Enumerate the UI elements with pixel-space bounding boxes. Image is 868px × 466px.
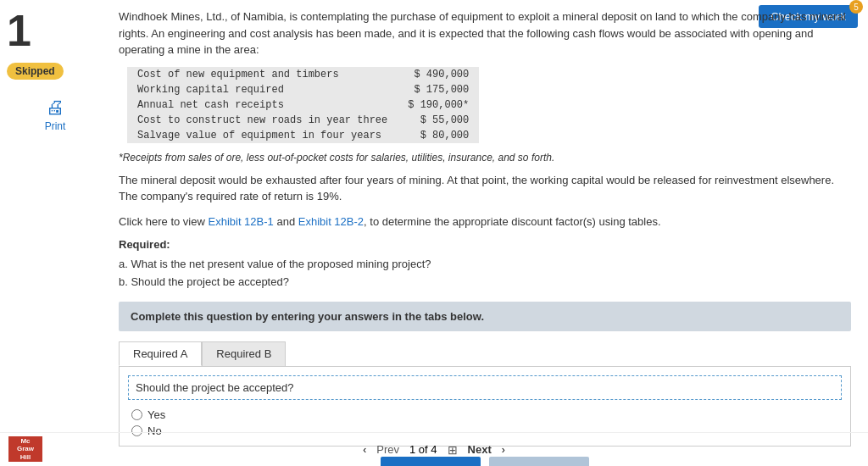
table-cell-label: Cost of new equipment and timbers bbox=[127, 67, 398, 82]
exhibit-text-1: Click here to view bbox=[119, 215, 208, 228]
next-link[interactable]: Next bbox=[468, 443, 492, 456]
exhibit-and: and bbox=[274, 215, 298, 228]
table-cell-value: $ 190,000* bbox=[398, 97, 479, 113]
complete-box-text: Complete this question by entering your … bbox=[131, 310, 484, 323]
required-b-text: b. Should the project be accepted? bbox=[119, 274, 851, 291]
table-row: Cost of new equipment and timbers$ 490,0… bbox=[127, 67, 479, 82]
exhibit-paragraph: Click here to view Exhibit 12B-1 and Exh… bbox=[119, 214, 851, 230]
table-cell-value: $ 55,000 bbox=[398, 113, 479, 128]
question-field: Should the project be accepted? bbox=[128, 375, 842, 400]
main-content: 1 Skipped 🖨 Print Windhoek Mines, Ltd., … bbox=[0, 0, 868, 466]
question-number: 1 bbox=[7, 8, 103, 53]
print-label: Print bbox=[45, 120, 66, 132]
table-row: Annual net cash receipts$ 190,000* bbox=[127, 97, 479, 113]
complete-box: Complete this question by entering your … bbox=[119, 302, 851, 331]
required-label: Required: bbox=[119, 238, 851, 251]
table-row: Salvage value of equipment in four years… bbox=[127, 128, 479, 143]
exhibit-link-1[interactable]: Exhibit 12B-1 bbox=[208, 215, 273, 228]
print-button[interactable]: 🖨 Print bbox=[7, 97, 103, 132]
radio-yes-input[interactable] bbox=[131, 409, 142, 420]
tabs-container: Required A Required B bbox=[119, 341, 851, 366]
prev-chevron: ‹ bbox=[363, 444, 366, 456]
table-row: Working capital required$ 175,000 bbox=[127, 82, 479, 97]
table-cell-label: Working capital required bbox=[127, 82, 398, 97]
footer-nav: ‹ Prev 1 of 4 ⊞ Next › bbox=[363, 443, 504, 457]
cash-flow-table: Cost of new equipment and timbers$ 490,0… bbox=[127, 67, 479, 143]
tab-required-b[interactable]: Required B bbox=[202, 341, 286, 366]
mcgraw-hill-logo: Mc Graw Hill bbox=[8, 436, 42, 462]
required-a-text: a. What is the net present value of the … bbox=[119, 256, 851, 274]
intro-text: Windhoek Mines, Ltd., of Namibia, is con… bbox=[119, 8, 851, 58]
table-cell-value: $ 80,000 bbox=[398, 128, 479, 143]
left-sidebar: 1 Skipped 🖨 Print bbox=[0, 0, 110, 466]
table-cell-label: Cost to construct new roads in year thre… bbox=[127, 113, 398, 128]
footer: Mc Graw Hill ‹ Prev 1 of 4 ⊞ Next › bbox=[0, 432, 868, 466]
skipped-badge: Skipped bbox=[7, 63, 64, 80]
radio-yes[interactable]: Yes bbox=[131, 408, 842, 421]
table-cell-label: Salvage value of equipment in four years bbox=[127, 128, 398, 143]
exhibit-link-2[interactable]: Exhibit 12B-2 bbox=[298, 215, 364, 228]
table-cell-value: $ 490,000 bbox=[398, 67, 479, 82]
tab-required-a[interactable]: Required A bbox=[119, 341, 202, 366]
paragraph1: The mineral deposit would be exhausted a… bbox=[119, 172, 851, 205]
radio-yes-label: Yes bbox=[147, 408, 165, 421]
page-info: 1 of 4 bbox=[409, 443, 437, 456]
table-cell-label: Annual net cash receipts bbox=[127, 97, 398, 113]
table-row: Cost to construct new roads in year thre… bbox=[127, 113, 479, 128]
required-items: a. What is the net present value of the … bbox=[119, 256, 851, 291]
prev-link[interactable]: Prev bbox=[376, 443, 399, 456]
footnote: *Receipts from sales of ore, less out-of… bbox=[119, 152, 851, 164]
exhibit-text-2: , to determine the appropriate discount … bbox=[364, 215, 660, 228]
next-chevron: › bbox=[502, 444, 505, 456]
table-cell-value: $ 175,000 bbox=[398, 82, 479, 97]
print-icon: 🖨 bbox=[46, 97, 64, 119]
grid-icon[interactable]: ⊞ bbox=[448, 443, 458, 457]
content-area: Windhoek Mines, Ltd., of Namibia, is con… bbox=[110, 0, 868, 466]
